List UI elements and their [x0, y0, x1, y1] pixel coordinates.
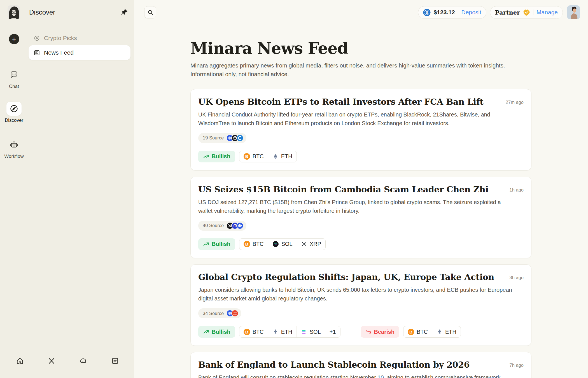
- sidebar-item-crypto-picks[interactable]: Crypto Picks: [29, 32, 130, 45]
- svg-text:Look: Look: [233, 312, 237, 314]
- trend-up-icon: [203, 241, 209, 247]
- source-count-label: 34 Source: [203, 311, 224, 316]
- app-root: Discover + Chat: [0, 0, 588, 378]
- usdc-icon: $: [423, 9, 431, 16]
- news-card[interactable]: Bank of England to Launch Stablecoin Reg…: [190, 352, 531, 378]
- eth-icon: [272, 329, 279, 335]
- sidebar-body: + Chat: [0, 25, 134, 344]
- token-badge-xrp[interactable]: XRP: [297, 239, 325, 250]
- token-badge-plus1[interactable]: +1: [325, 326, 340, 337]
- feed-scroll-area[interactable]: Minara News Feed Minara aggregates prima…: [134, 25, 588, 378]
- partner-label: Partner: [495, 9, 520, 16]
- sentiment-badge-bullish: Bullish: [198, 326, 235, 338]
- discord-icon[interactable]: [79, 357, 88, 365]
- robot-icon: [6, 138, 22, 152]
- signal-group: BearishBBTCETH: [361, 326, 461, 338]
- sidebar-item-chat[interactable]: Chat: [6, 68, 22, 89]
- token-badge-btc[interactable]: BBTC: [239, 326, 268, 337]
- main-header: $ $123.12 Deposit Partner Manage: [134, 0, 588, 25]
- deposit-button[interactable]: Deposit: [461, 9, 481, 16]
- pin-icon[interactable]: [120, 8, 128, 17]
- docs-icon[interactable]: [111, 357, 119, 365]
- nav-rail: + Chat: [0, 25, 28, 344]
- subnav-item-label: Crypto Picks: [44, 35, 77, 41]
- source-icons: [226, 222, 244, 229]
- trend-down-icon: [365, 329, 372, 335]
- token-badge-sol[interactable]: SOL: [297, 326, 325, 337]
- token-badge-sol[interactable]: SOL: [268, 239, 297, 250]
- card-header: Global Crypto Regulation Shifts: Japan, …: [198, 272, 524, 282]
- user-avatar[interactable]: [567, 5, 580, 19]
- partner-pill: Partner Manage: [490, 6, 563, 19]
- x-icon[interactable]: [47, 357, 56, 365]
- source-icons: Lookonchain: [226, 310, 239, 317]
- balance-amount: $123.12: [434, 9, 455, 16]
- news-card[interactable]: UK Opens Bitcoin ETPs to Retail Investor…: [190, 89, 531, 171]
- home-icon[interactable]: [16, 357, 24, 365]
- sidebar-footer: [0, 344, 134, 378]
- token-badge-eth[interactable]: ETH: [432, 326, 461, 337]
- btc-icon: B: [244, 153, 250, 160]
- sidebar-item-label: Workflow: [4, 154, 24, 159]
- sidebar-item-workflow[interactable]: Workflow: [4, 138, 24, 159]
- source-count-label: 40 Source: [203, 223, 224, 228]
- source-count-pill[interactable]: 34 Source Lookonchain: [198, 308, 241, 318]
- page-title: Minara News Feed: [190, 39, 531, 57]
- news-title: UK Opens Bitcoin ETPs to Retail Investor…: [198, 97, 499, 107]
- token-badge-group: BBTCETHSOL+1: [239, 326, 340, 338]
- sidebar: Discover + Chat: [0, 0, 134, 378]
- source-look-icon: Lookonchain: [231, 310, 239, 317]
- manage-button[interactable]: Manage: [536, 9, 558, 16]
- page-subtitle: Minara aggregates primary news from glob…: [190, 61, 522, 79]
- news-card[interactable]: Global Crypto Regulation Shifts: Japan, …: [190, 264, 531, 346]
- source-count-pill[interactable]: 19 Source: [198, 133, 246, 143]
- divider: [458, 10, 458, 15]
- token-badge-group: BBTCSOLXRP: [239, 238, 326, 250]
- token-badge-eth[interactable]: ETH: [268, 326, 297, 337]
- token-badge-eth[interactable]: ETH: [268, 151, 297, 162]
- token-badge-btc[interactable]: BBTC: [239, 151, 268, 162]
- sentiment-row: BullishBBTCETH: [198, 151, 524, 162]
- source-ring-icon: [236, 134, 244, 142]
- news-title: US Seizes $15B Bitcoin from Cambodia Sca…: [198, 185, 503, 194]
- news-card-list: UK Opens Bitcoin ETPs to Retail Investor…: [190, 89, 531, 378]
- token-badge-group: BBTCETH: [403, 326, 461, 338]
- balance-pill: $ $123.12 Deposit: [418, 6, 486, 19]
- card-header: UK Opens Bitcoin ETPs to Retail Investor…: [198, 97, 524, 107]
- source-bars-icon: [236, 222, 244, 229]
- source-count-pill[interactable]: 40 Source: [198, 221, 246, 231]
- workspace-avatar[interactable]: [8, 5, 20, 19]
- sentiment-badge-bearish: Bearish: [361, 326, 399, 338]
- token-badge-btc[interactable]: BBTC: [239, 239, 268, 250]
- sidebar-item-discover[interactable]: Discover: [5, 102, 23, 123]
- sidebar-item-label: Discover: [5, 118, 23, 123]
- news-timestamp: 3h ago: [510, 272, 524, 280]
- token-badge-btc[interactable]: BBTC: [403, 326, 432, 337]
- source-count-label: 19 Source: [203, 135, 224, 141]
- news-feed: Minara News Feed Minara aggregates prima…: [190, 25, 531, 378]
- card-header: US Seizes $15B Bitcoin from Cambodia Sca…: [198, 185, 524, 194]
- sidebar-header: Discover: [0, 0, 134, 25]
- target-icon: [33, 35, 40, 42]
- sentiment-row: BullishBBTCSOLXRP: [198, 238, 524, 250]
- trend-up-icon: [203, 153, 209, 160]
- xrp-icon: [301, 241, 307, 247]
- new-chat-button[interactable]: +: [9, 34, 19, 44]
- news-summary: Bank of England will consult on stableco…: [198, 373, 515, 378]
- main-area: $ $123.12 Deposit Partner Manage: [134, 0, 588, 378]
- signal-group: BullishBBTCETHSOL+1: [198, 326, 340, 338]
- news-summary: US DOJ seized 127,271 BTC ($15B) from Ch…: [198, 198, 515, 216]
- news-timestamp: 1h ago: [510, 185, 524, 193]
- news-timestamp: 7h ago: [510, 360, 524, 368]
- compass-icon: [6, 102, 22, 116]
- sidebar-item-news-feed[interactable]: News Feed: [29, 45, 130, 60]
- subnav-item-label: News Feed: [44, 49, 74, 56]
- search-button[interactable]: [144, 6, 156, 18]
- sidebar-divider: [29, 25, 134, 25]
- sentiment-row: BullishBBTCETHSOL+1BearishBBTCETH: [198, 326, 524, 338]
- news-timestamp: 27m ago: [506, 97, 524, 105]
- eth-icon: [437, 329, 443, 335]
- news-title: Global Crypto Regulation Shifts: Japan, …: [198, 272, 503, 282]
- signal-group: BullishBBTCSOLXRP: [198, 238, 326, 250]
- news-card[interactable]: US Seizes $15B Bitcoin from Cambodia Sca…: [190, 177, 531, 258]
